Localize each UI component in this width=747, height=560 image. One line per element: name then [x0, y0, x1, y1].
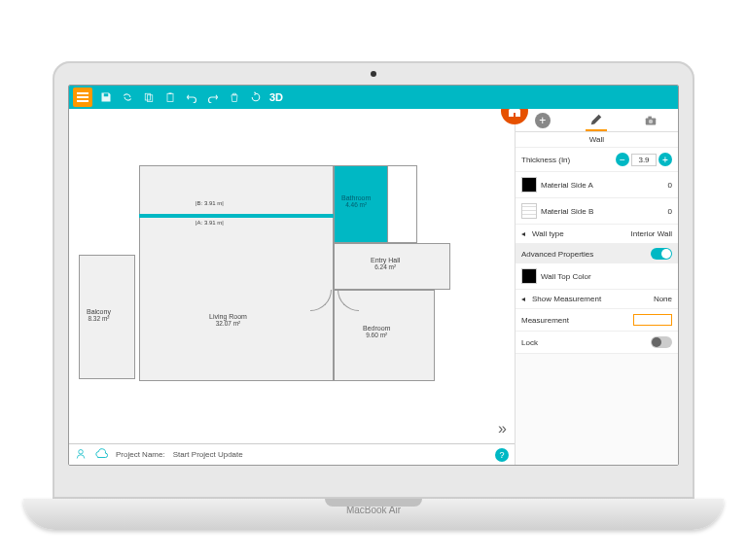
material-a-row[interactable]: Material Side A 0: [516, 172, 678, 198]
advanced-header: Advanced Properties: [516, 244, 678, 263]
measurement-label: Measurement: [521, 316, 629, 325]
wall-top-swatch: [521, 268, 537, 284]
top-toolbar: 3D: [69, 86, 678, 109]
show-measurement-value: None: [654, 295, 672, 303]
chevron-left-icon-2: ◂: [521, 295, 525, 303]
room-gap: [388, 165, 417, 243]
svg-rect-2: [167, 93, 173, 101]
expand-button[interactable]: »: [498, 420, 507, 438]
camera-icon: [644, 114, 658, 127]
thickness-minus[interactable]: −: [616, 153, 629, 166]
material-b-label: Material Side B: [541, 207, 664, 216]
thickness-plus[interactable]: +: [658, 153, 672, 166]
material-b-value: 0: [668, 207, 672, 216]
cloud-icon[interactable]: [94, 448, 108, 462]
show-measurement-row[interactable]: ◂ Show Measurement None: [516, 290, 678, 309]
paste-icon[interactable]: [162, 89, 178, 105]
wall-type-row[interactable]: ◂ Wall type Interior Wall: [516, 225, 678, 244]
project-label: Project Name:: [116, 450, 165, 459]
properties-panel: + Wall Thickness (In) − 3.9 + Material S…: [515, 109, 678, 465]
measurement-input[interactable]: [633, 314, 672, 326]
measurement-b: B: 3.91 m: [196, 200, 224, 206]
help-button[interactable]: ?: [495, 448, 509, 462]
material-a-value: 0: [668, 181, 672, 190]
redo-icon[interactable]: [205, 89, 221, 105]
bathroom-label: Bathroom4.46 m²: [341, 194, 371, 208]
show-measurement-label: Show Measurement: [532, 295, 650, 303]
advanced-label: Advanced Properties: [521, 250, 593, 259]
copy-icon[interactable]: [141, 89, 157, 105]
laptop-base: [23, 499, 724, 530]
svg-rect-7: [649, 116, 653, 119]
living-label: Living Room32.07 m²: [209, 313, 247, 327]
canvas-area: Balcony8.32 m² Living Room32.07 m² Bathr…: [69, 109, 515, 465]
view-3d-button[interactable]: 3D: [269, 91, 283, 103]
lock-toggle[interactable]: [651, 336, 672, 348]
plus-icon: +: [535, 113, 551, 128]
advanced-toggle[interactable]: [651, 248, 672, 260]
wall-type-value: Interior Wall: [631, 229, 672, 238]
selected-wall[interactable]: [139, 214, 334, 218]
delete-icon[interactable]: [227, 89, 242, 105]
material-b-row[interactable]: Material Side B 0: [516, 198, 678, 225]
thickness-row: Thickness (In) − 3.9 +: [516, 148, 678, 172]
panel-title: Wall: [516, 132, 678, 148]
undo-icon[interactable]: [184, 89, 199, 105]
balcony-label: Balcony8.32 m²: [87, 308, 111, 322]
rotate-icon[interactable]: [248, 89, 264, 105]
user-icon[interactable]: [75, 448, 87, 462]
pencil-icon: [589, 113, 603, 126]
project-name: Start Project Update: [173, 450, 243, 459]
save-icon[interactable]: [98, 89, 114, 105]
camera-dot: [371, 71, 376, 77]
measurement-row: Measurement: [516, 309, 678, 332]
floorplan-canvas[interactable]: Balcony8.32 m² Living Room32.07 m² Bathr…: [69, 109, 515, 443]
material-a-swatch: [521, 177, 537, 192]
menu-button[interactable]: [73, 88, 92, 107]
wall-top-label: Wall Top Color: [541, 272, 672, 281]
material-a-label: Material Side A: [541, 181, 664, 190]
svg-rect-3: [169, 93, 172, 95]
tab-add[interactable]: +: [532, 110, 553, 131]
room-living[interactable]: [139, 165, 334, 381]
bedroom-label: Bedroom9.60 m²: [363, 325, 390, 338]
thickness-label: Thickness (In): [521, 156, 612, 164]
footer-bar: Project Name: Start Project Update ?: [69, 443, 515, 465]
chevron-left-icon: ◂: [521, 229, 525, 238]
svg-point-4: [79, 449, 84, 454]
entry-label: Entry Hall6.24 m²: [371, 257, 400, 270]
svg-point-6: [649, 119, 653, 122]
tab-edit[interactable]: [586, 110, 607, 131]
sync-icon[interactable]: [120, 89, 135, 105]
measurement-a: A: 3.91 m: [196, 220, 224, 226]
lock-row: Lock: [516, 332, 678, 354]
tab-camera[interactable]: [640, 110, 661, 131]
thickness-value[interactable]: 3.9: [631, 154, 657, 166]
material-b-swatch: [521, 203, 537, 219]
wall-top-color-row[interactable]: Wall Top Color: [516, 263, 678, 290]
panel-tabs: +: [516, 109, 678, 132]
lock-label: Lock: [521, 338, 647, 347]
wall-type-label: Wall type: [532, 229, 627, 238]
thickness-stepper: − 3.9 +: [616, 153, 672, 166]
